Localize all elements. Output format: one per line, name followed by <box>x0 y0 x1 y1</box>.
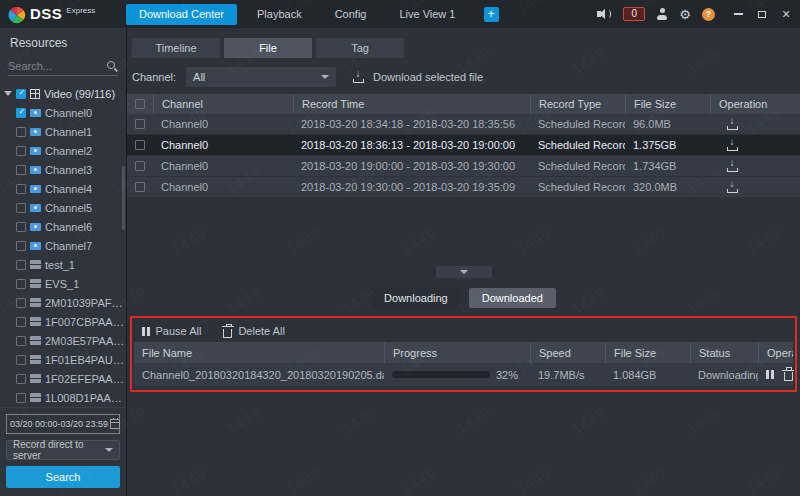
tree-item-label[interactable]: 2M03E57PAA0C... <box>45 335 126 347</box>
tab-live-view[interactable]: Live View 1 <box>386 4 468 25</box>
channel7-checkbox[interactable] <box>16 241 26 251</box>
channel2-checkbox[interactable] <box>16 146 26 156</box>
gear-icon[interactable] <box>679 8 691 21</box>
delete-all-button[interactable]: Delete All <box>223 325 284 338</box>
tree-item-label[interactable]: test_1 <box>45 259 75 271</box>
channel-filter-select[interactable]: All <box>186 67 336 87</box>
tree-item-channel2[interactable]: Channel2 <box>0 141 126 160</box>
channel6-checkbox[interactable] <box>16 222 26 232</box>
tree-item-label[interactable]: 1L008D1PAA01... <box>45 392 126 404</box>
tree-item-channel0[interactable]: Channel0 <box>0 103 126 122</box>
device-checkbox[interactable] <box>16 260 26 270</box>
download-selected-button[interactable]: Download selected file <box>352 71 483 83</box>
tree-item-label[interactable]: Channel4 <box>45 183 92 195</box>
tab-timeline[interactable]: Timeline <box>132 38 220 58</box>
date-range-input[interactable]: 03/20 00:00-03/20 23:59 <box>6 414 120 434</box>
search-button[interactable]: Search <box>6 466 120 488</box>
tree-item-device[interactable]: 1F01EB4PAU08... <box>0 350 126 369</box>
minimize-button[interactable] <box>732 8 744 20</box>
tree-item-label[interactable]: Channel7 <box>45 240 92 252</box>
row-checkbox[interactable] <box>135 119 145 129</box>
record-row[interactable]: Channel0 2018-03-20 19:30:00 - 2018-03-2… <box>127 177 800 198</box>
tree-item-label[interactable]: 2M01039PAF01... <box>45 297 126 309</box>
channel5-checkbox[interactable] <box>16 203 26 213</box>
tree-item-evs-1[interactable]: EVS_1 <box>0 274 126 293</box>
add-tab-button[interactable]: + <box>484 7 499 22</box>
record-row[interactable]: Channel0 2018-03-20 19:00:00 - 2018-03-2… <box>127 156 800 177</box>
device-checkbox[interactable] <box>16 279 26 289</box>
row-checkbox[interactable] <box>135 161 145 171</box>
sidebar-scrollbar[interactable] <box>122 166 125 230</box>
tree-item-label[interactable]: 1F01EB4PAU08... <box>45 354 126 366</box>
device-checkbox[interactable] <box>16 355 26 365</box>
tree-item-label[interactable]: Channel2 <box>45 145 92 157</box>
tree-item-label[interactable]: Channel3 <box>45 164 92 176</box>
tree-item-device[interactable]: 1F007CBPAA00... <box>0 312 126 331</box>
tab-download-center[interactable]: Download Center <box>126 4 237 25</box>
tree-item-test-1[interactable]: test_1 <box>0 255 126 274</box>
tree-item-channel3[interactable]: Channel3 <box>0 160 126 179</box>
device-checkbox[interactable] <box>16 393 26 403</box>
tree-item-device[interactable]: 2M01039PAF01... <box>0 293 126 312</box>
alarm-count-badge[interactable]: 0 <box>623 7 645 21</box>
channel0-checkbox[interactable] <box>16 108 26 118</box>
row-checkbox[interactable] <box>135 140 145 150</box>
volume-icon[interactable] <box>597 8 612 20</box>
tab-config[interactable]: Config <box>322 4 380 25</box>
tree-item-channel6[interactable]: Channel6 <box>0 217 126 236</box>
tree-root-label[interactable]: Video (99/116) <box>44 88 115 100</box>
pause-all-button[interactable]: Pause All <box>142 325 201 337</box>
download-file-icon[interactable] <box>726 118 739 130</box>
close-button[interactable] <box>780 8 792 20</box>
download-mode-select[interactable]: Record direct to server <box>6 440 120 460</box>
tab-downloaded[interactable]: Downloaded <box>469 288 556 308</box>
user-icon[interactable] <box>656 8 668 20</box>
tree-item-device[interactable]: 1F02EFEPAA00... <box>0 369 126 388</box>
tree-item-channel1[interactable]: Channel1 <box>0 122 126 141</box>
record-time: 2018-03-20 19:30:00 - 2018-03-20 19:35:0… <box>293 181 530 193</box>
channel1-checkbox[interactable] <box>16 127 26 137</box>
collapse-panel-button[interactable] <box>436 266 492 278</box>
tab-file[interactable]: File <box>224 38 312 58</box>
record-row[interactable]: Channel0 2018-03-20 18:34:18 - 2018-03-2… <box>127 114 800 135</box>
tree-item-label[interactable]: Channel1 <box>45 126 92 138</box>
channel3-checkbox[interactable] <box>16 165 26 175</box>
download-file-icon[interactable] <box>726 181 739 193</box>
device-checkbox[interactable] <box>16 374 26 384</box>
tree-item-device[interactable]: 2M03E57PAA0C... <box>0 331 126 350</box>
calendar-icon[interactable] <box>110 419 120 429</box>
tree-item-channel7[interactable]: Channel7 <box>0 236 126 255</box>
maximize-button[interactable] <box>756 8 768 20</box>
tree-item-channel4[interactable]: Channel4 <box>0 179 126 198</box>
downloads-table-header: File Name Progress Speed File Size Statu… <box>134 342 793 363</box>
tab-playback[interactable]: Playback <box>244 4 315 25</box>
help-icon[interactable] <box>702 8 715 21</box>
tab-tag[interactable]: Tag <box>316 38 404 58</box>
tree-item-label[interactable]: Channel6 <box>45 221 92 233</box>
tree-item-device[interactable]: 1L008D1PAA01... <box>0 388 126 407</box>
tree-item-label[interactable]: Channel0 <box>45 107 92 119</box>
tree-root-video[interactable]: Video (99/116) <box>0 84 126 103</box>
device-checkbox[interactable] <box>16 317 26 327</box>
tree-item-channel5[interactable]: Channel5 <box>0 198 126 217</box>
select-all-checkbox[interactable] <box>135 99 145 109</box>
device-checkbox[interactable] <box>16 336 26 346</box>
tree-item-label[interactable]: EVS_1 <box>45 278 79 290</box>
channel4-checkbox[interactable] <box>16 184 26 194</box>
tree-item-label[interactable]: 1F02EFEPAA00... <box>45 373 126 385</box>
tab-downloading[interactable]: Downloading <box>371 288 461 308</box>
search-input[interactable] <box>8 60 103 72</box>
row-checkbox[interactable] <box>135 182 145 192</box>
tree-item-label[interactable]: 1F007CBPAA00... <box>45 316 126 328</box>
search-icon[interactable] <box>106 60 118 72</box>
video-root-checkbox[interactable] <box>16 89 26 99</box>
pause-download-icon[interactable] <box>766 370 774 379</box>
device-checkbox[interactable] <box>16 298 26 308</box>
download-row[interactable]: Channel0_20180320184320_20180320190205.d… <box>134 363 793 386</box>
tree-expand-caret-icon[interactable] <box>4 91 12 96</box>
download-file-icon[interactable] <box>726 160 739 172</box>
tree-item-label[interactable]: Channel5 <box>45 202 92 214</box>
record-row-selected[interactable]: Channel0 2018-03-20 18:36:13 - 2018-03-2… <box>127 135 800 156</box>
delete-download-icon[interactable] <box>784 372 793 381</box>
download-file-icon[interactable] <box>726 139 739 151</box>
